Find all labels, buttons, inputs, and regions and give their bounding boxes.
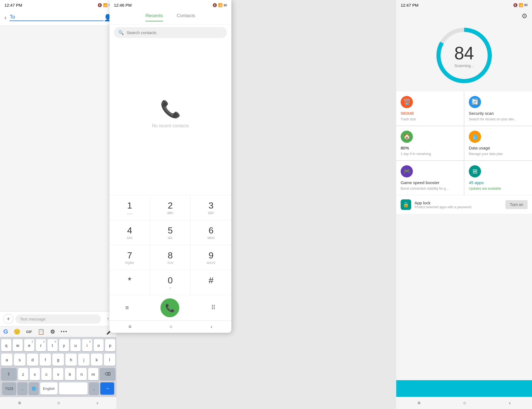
security-panel: 12:47 PM 🔇 📶 80 ⚙ 84 Scanning... 🗑️ 980M… [396, 0, 532, 409]
dialer-status-time: 12:46 PM [114, 3, 132, 7]
key-enter[interactable]: → [100, 382, 114, 395]
battery-card[interactable]: 🏠 80% 1 day 9 hr remaining [396, 126, 464, 160]
call-button[interactable]: 📞 [160, 298, 179, 317]
key-globe[interactable]: 🌐 [29, 382, 39, 395]
numpad-key-hash[interactable]: # [191, 270, 231, 295]
trash-icon: 🗑️ [401, 96, 413, 108]
settings-icon[interactable]: ⚙ [50, 328, 55, 335]
scan-circle-area: 84 Scanning... [396, 22, 532, 92]
gif-button[interactable]: GIF [26, 330, 32, 334]
key-i[interactable]: i8 [82, 339, 92, 351]
numpad-key-7[interactable]: 7 PQRS [109, 245, 150, 270]
key-l[interactable]: l [104, 354, 115, 366]
updates-sub: Updates are available [469, 187, 528, 190]
right-status-bar: 12:47 PM 🔇 📶 80 [396, 0, 532, 10]
dialpad-menu-icon[interactable]: ≡ [125, 304, 129, 311]
dialpad-grid-icon[interactable]: ⠿ [211, 304, 216, 311]
back-button[interactable]: ‹ [4, 14, 6, 21]
key-k[interactable]: k [91, 354, 102, 366]
key-g[interactable]: g [52, 354, 64, 366]
trash-label: Trash size [401, 117, 459, 121]
dialer-nav-home[interactable]: ○ [170, 324, 173, 330]
security-scan-card[interactable]: 🔄 Security scan Search for viruses on yo… [464, 92, 532, 126]
clipboard-icon[interactable]: 📋 [38, 328, 45, 335]
key-comma[interactable]: , [17, 382, 27, 395]
bottom-green-bar [396, 380, 532, 397]
key-space[interactable] [59, 382, 88, 395]
nav-back-icon[interactable]: ‹ [97, 400, 98, 406]
sticker-icon[interactable]: 🙂 [14, 328, 21, 335]
numpad-key-9[interactable]: 9 WXYZ [191, 245, 231, 270]
message-text-input[interactable]: Text message [16, 314, 101, 324]
key-shift[interactable]: ⇧ [1, 368, 17, 380]
updates-card[interactable]: ⊞ 45 apps Updates are available [464, 161, 532, 195]
numpad-key-4[interactable]: 4 GHI [109, 220, 150, 245]
search-contacts-input[interactable] [127, 30, 222, 35]
attach-button[interactable]: + [3, 314, 13, 324]
battery-icon: 🏠 [401, 131, 413, 143]
settings-button[interactable]: ⚙ [521, 12, 528, 20]
lock-title: App lock [415, 200, 502, 205]
google-icon[interactable]: G [3, 328, 8, 335]
turn-on-button[interactable]: Turn on [505, 200, 528, 209]
key-v[interactable]: v [53, 368, 63, 380]
numpad-key-star[interactable]: * [109, 270, 150, 295]
data-usage-card[interactable]: 💧 Data usage Manage your data plan [464, 126, 532, 160]
tab-contacts[interactable]: Contacts [177, 13, 195, 21]
key-n[interactable]: n [76, 368, 87, 380]
key-r[interactable]: r4 [36, 339, 46, 351]
key-h[interactable]: h [65, 354, 77, 366]
scan-inner: 84 Scanning... [454, 43, 474, 68]
nav-home-icon[interactable]: ○ [57, 400, 60, 406]
scan-circle[interactable]: 84 Scanning... [436, 28, 492, 83]
game-booster-card[interactable]: 🎮 Game speed booster Boost connection st… [396, 161, 464, 195]
key-z[interactable]: z [18, 368, 28, 380]
key-b[interactable]: b [65, 368, 75, 380]
to-field[interactable] [10, 14, 104, 21]
dialer-panel: 12:46 PM 🔇 📶 80 Recents Contacts 🔍 📞 No … [109, 0, 231, 333]
keyboard-row-3: ⇧ z x c v b n m ⌫ [1, 368, 115, 380]
numpad-key-3[interactable]: 3 DEF [191, 195, 231, 220]
key-c[interactable]: c [41, 368, 52, 380]
key-y[interactable]: y [59, 339, 69, 351]
key-t[interactable]: t5 [47, 339, 58, 351]
dialer-nav-menu[interactable]: ≡ [129, 324, 132, 330]
key-o[interactable]: o [94, 339, 104, 351]
dialer-status-bar: 12:46 PM 🔇 📶 80 [109, 0, 231, 10]
numpad-key-1[interactable]: 1 ◡◡ [109, 195, 150, 220]
right-nav-back[interactable]: ‹ [509, 400, 511, 406]
key-f[interactable]: f [40, 354, 51, 366]
key-backspace[interactable]: ⌫ [100, 368, 115, 380]
more-options[interactable]: ••• [61, 329, 68, 335]
key-e[interactable]: e3 [24, 339, 34, 351]
key-language[interactable]: English [40, 382, 58, 395]
key-p[interactable]: p [105, 339, 115, 351]
key-x[interactable]: x [30, 368, 40, 380]
key-q[interactable]: q [1, 339, 11, 351]
battery-percent: 80% [401, 146, 459, 150]
right-nav-bar: ≡ ○ ‹ [396, 397, 532, 409]
numpad-key-0[interactable]: 0 + [150, 270, 191, 295]
key-w[interactable]: w [13, 339, 23, 351]
key-u[interactable]: u [70, 339, 81, 351]
search-icon: 🔍 [118, 30, 124, 35]
nav-menu-icon[interactable]: ≡ [18, 400, 21, 406]
key-j[interactable]: j [78, 354, 89, 366]
key-d[interactable]: d [27, 354, 38, 366]
key-a[interactable]: a [1, 354, 12, 366]
tab-recents[interactable]: Recents [145, 13, 163, 21]
key-123[interactable]: ?123 [2, 382, 16, 395]
numpad-key-5[interactable]: 5 JKL [150, 220, 191, 245]
numpad-key-2[interactable]: 2 ABC [150, 195, 191, 220]
key-m[interactable]: m [88, 368, 98, 380]
key-period[interactable]: . [89, 382, 99, 395]
right-app-header: ⚙ [396, 10, 532, 22]
dialer-nav-back[interactable]: ‹ [211, 324, 212, 330]
right-nav-home[interactable]: ○ [463, 400, 466, 406]
right-nav-menu[interactable]: ≡ [418, 400, 421, 406]
trash-card[interactable]: 🗑️ 980MB Trash size [396, 92, 464, 126]
numpad-key-8[interactable]: 8 TUV [150, 245, 191, 270]
key-s[interactable]: s [14, 354, 25, 366]
numpad-key-6[interactable]: 6 MNO [191, 220, 231, 245]
battery-sub: 1 day 9 hr remaining [401, 152, 459, 156]
